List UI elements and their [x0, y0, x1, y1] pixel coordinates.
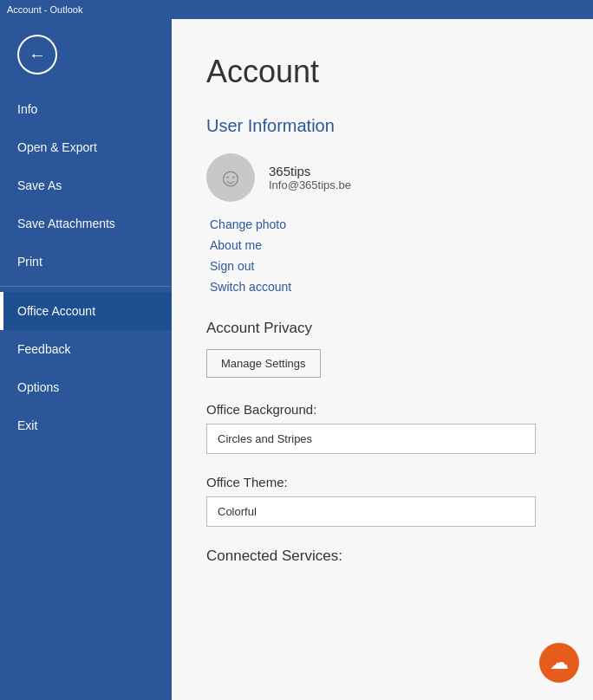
user-email: Info@365tips.be — [269, 178, 351, 191]
nav-items-container: InfoOpen & ExportSave AsSave Attachments… — [0, 90, 172, 444]
sidebar-item-label: Exit — [17, 418, 37, 432]
sidebar-item-label: Open & Export — [17, 140, 97, 154]
office-theme-label: Office Theme: — [206, 475, 558, 489]
sidebar-item-feedback[interactable]: Feedback — [0, 330, 172, 368]
user-info-row: ☺ 365tips Info@365tips.be — [206, 153, 558, 202]
page-title: Account — [206, 54, 558, 90]
link-sign-out[interactable]: Sign out — [210, 257, 558, 275]
back-arrow-icon: ← — [29, 45, 46, 65]
sidebar-item-label: Save As — [17, 178, 62, 192]
sidebar-item-label: Print — [17, 255, 42, 269]
user-name: 365tips — [269, 164, 351, 178]
connected-services-title: Connected Services: — [206, 548, 558, 565]
sidebar-item-open-export[interactable]: Open & Export — [0, 128, 172, 166]
app-body: ← InfoOpen & ExportSave AsSave Attachmen… — [0, 19, 593, 700]
365tips-badge: ☁ — [539, 643, 579, 683]
avatar: ☺ — [206, 153, 255, 202]
sidebar-item-save-as[interactable]: Save As — [0, 166, 172, 204]
link-about-me[interactable]: About me — [210, 237, 558, 254]
sidebar-item-save-attachments[interactable]: Save Attachments — [0, 204, 172, 243]
account-privacy-title: Account Privacy — [206, 320, 558, 337]
office-background-label: Office Background: — [206, 402, 558, 417]
sidebar-item-info[interactable]: Info — [0, 90, 172, 128]
sidebar-item-exit[interactable]: Exit — [0, 406, 172, 444]
office-theme-value: Colorful — [206, 496, 536, 527]
user-info-title: User Information — [206, 116, 558, 136]
user-avatar-icon: ☺ — [218, 165, 244, 191]
nav-divider-before-office-account — [0, 286, 172, 287]
sidebar-item-label: Feedback — [17, 342, 70, 356]
sidebar: ← InfoOpen & ExportSave AsSave Attachmen… — [0, 19, 172, 700]
office-background-value: Circles and Stripes — [206, 424, 536, 454]
sidebar-item-label: Office Account — [17, 304, 95, 318]
active-indicator — [0, 292, 3, 330]
link-switch-account[interactable]: Switch account — [210, 278, 558, 295]
manage-settings-button[interactable]: Manage Settings — [206, 349, 321, 378]
back-button[interactable]: ← — [17, 35, 57, 75]
title-bar: Account - Outlook — [0, 0, 593, 19]
sidebar-item-label: Options — [17, 380, 59, 394]
sidebar-item-office-account[interactable]: Office Account — [0, 292, 172, 330]
title-bar-text: Account - Outlook — [7, 4, 82, 15]
main-content: Account User Information ☺ 365tips Info@… — [172, 19, 593, 700]
sidebar-item-print[interactable]: Print — [0, 243, 172, 281]
sidebar-item-label: Save Attachments — [17, 217, 115, 230]
user-details: 365tips Info@365tips.be — [269, 164, 351, 191]
sidebar-item-label: Info — [17, 102, 37, 116]
link-change-photo[interactable]: Change photo — [210, 216, 558, 233]
cloud-icon: ☁ — [550, 651, 569, 674]
link-list: Change photoAbout meSign outSwitch accou… — [210, 216, 558, 295]
back-button-container: ← — [0, 19, 172, 90]
sidebar-item-options[interactable]: Options — [0, 368, 172, 406]
